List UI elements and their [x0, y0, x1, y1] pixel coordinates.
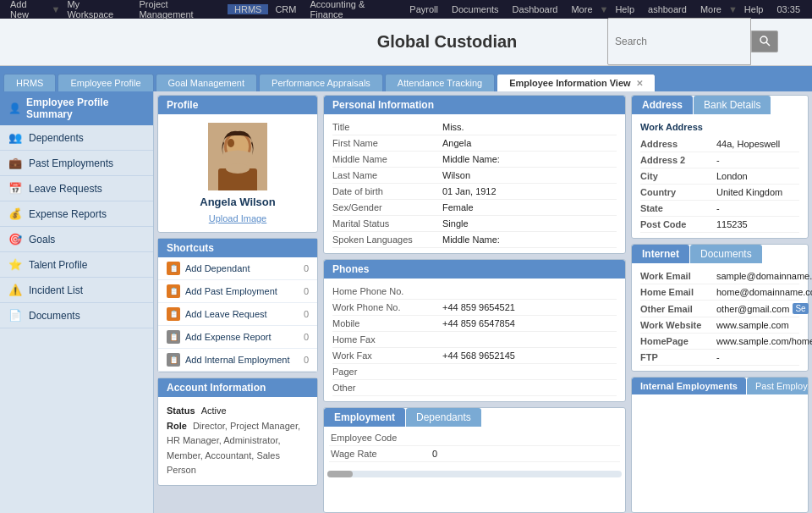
- sidebar-item-expense-reports[interactable]: 💰 Expense Reports: [0, 201, 153, 227]
- inet-row-home-email: Home Email home@domainname.com: [640, 284, 799, 301]
- left-column: Profile: [157, 95, 318, 513]
- tab-bank-details[interactable]: Bank Details: [694, 96, 771, 114]
- add-expense-icon: 📋: [167, 330, 180, 344]
- docs-icon: 📄: [8, 309, 22, 322]
- home-phone-label: Home Phone No.: [332, 286, 442, 296]
- sidebar-item-dependents[interactable]: 👥 Dependents: [0, 125, 153, 151]
- expense-icon: 💰: [8, 207, 22, 220]
- nav-add-new[interactable]: Add New: [5, 0, 51, 19]
- shortcut-add-expense-report[interactable]: 📋 Add Expense Report 0: [158, 326, 317, 349]
- middle-column: Personal Information Title Miss. First N…: [323, 95, 626, 513]
- tab-employee-information-view[interactable]: Employee Information View ✕: [497, 74, 655, 91]
- nav-my-workspace[interactable]: My Workspace: [60, 0, 132, 19]
- inet-row-ftp: FTP -: [640, 350, 799, 366]
- sidebar-item-talent-profile[interactable]: ⭐ Talent Profile: [0, 252, 153, 278]
- shortcut-add-internal-employment[interactable]: 📋 Add Internal Employment 0: [158, 349, 317, 372]
- inet-row-work-email: Work Email sample@domainname.com: [640, 268, 799, 284]
- mobile-label: Mobile: [332, 318, 442, 328]
- nav-hrms[interactable]: HRMS: [228, 4, 268, 14]
- search-input[interactable]: [607, 18, 751, 65]
- home-email-label: Home Email: [640, 287, 716, 297]
- sidebar-item-goals[interactable]: 🎯 Goals: [0, 227, 153, 252]
- emp-row-wage: Wage Rate 0: [329, 446, 620, 462]
- incident-icon: ⚠️: [8, 284, 22, 296]
- work-email-label: Work Email: [640, 271, 716, 281]
- address-panel: Address Bank Details Work Address Addres…: [631, 95, 809, 239]
- work-website-label: Work Website: [640, 320, 716, 330]
- tab-goal-management[interactable]: Goal Management: [156, 74, 258, 91]
- svg-point-0: [760, 36, 767, 43]
- tab-performance-appraisals[interactable]: Performance Appraisals: [259, 74, 383, 91]
- ftp-value: -: [716, 352, 720, 362]
- role-label: Role: [167, 421, 187, 431]
- sidebar-item-past-employments[interactable]: 💼 Past Employments: [0, 151, 153, 176]
- employment-tab-group: Employment Dependants: [324, 408, 625, 427]
- search-button[interactable]: [751, 30, 778, 52]
- nav-dashboard2[interactable]: ashboard: [641, 4, 694, 14]
- tab-address[interactable]: Address: [632, 96, 693, 114]
- tab-employment[interactable]: Employment: [324, 408, 405, 427]
- title-value: Miss.: [442, 122, 464, 132]
- addr-address-value: 44a, Hopeswell: [716, 139, 780, 149]
- status-value: Active: [201, 405, 227, 416]
- nav-documents[interactable]: Documents: [445, 4, 506, 14]
- tab-close-icon[interactable]: ✕: [636, 79, 643, 88]
- nav-crm[interactable]: CRM: [268, 4, 303, 14]
- tab-internet[interactable]: Internet: [632, 245, 689, 263]
- sidebar-item-leave-requests[interactable]: 📅 Leave Requests: [0, 176, 153, 201]
- personal-info-panel: Personal Information Title Miss. First N…: [323, 95, 626, 254]
- tab-attendance-tracking[interactable]: Attendance Tracking: [385, 74, 495, 91]
- nav-accounting[interactable]: Accounting & Finance: [303, 0, 403, 19]
- marital-label: Marital Status: [332, 218, 442, 229]
- sidebar-item-documents[interactable]: 📄 Documents: [0, 303, 153, 328]
- shortcut-add-leave-request[interactable]: 📋 Add Leave Request 0: [158, 303, 317, 326]
- upload-image-link[interactable]: Upload Image: [209, 213, 267, 223]
- addr-state-label: State: [640, 203, 716, 213]
- addr-city-value: London: [716, 171, 748, 181]
- nav-help2[interactable]: Help: [738, 4, 771, 14]
- addr-row-city: City London: [640, 168, 799, 185]
- account-title: Account Information: [158, 378, 317, 397]
- app-title: Global Custodian: [304, 32, 590, 52]
- internet-panel: Internet Documents Work Email sample@dom…: [631, 244, 809, 372]
- personal-info-table: Title Miss. First Name Angela Middle Nam…: [324, 114, 625, 253]
- tab-internal-employments[interactable]: Internal Employments: [632, 378, 746, 394]
- nav-project-management[interactable]: Project Management: [132, 0, 228, 19]
- nav-dashboard[interactable]: Dashboard: [506, 4, 565, 14]
- phone-row-homefax: Home Fax: [332, 332, 617, 348]
- tab-dependants[interactable]: Dependants: [406, 408, 481, 427]
- tab-past-employments[interactable]: Past Employ...: [747, 378, 808, 394]
- add-internal-emp-icon: 📋: [167, 353, 180, 367]
- nav-more[interactable]: More: [564, 4, 599, 14]
- gender-value: Female: [442, 202, 474, 212]
- time-display: 03:35: [770, 4, 807, 14]
- past-emp-icon: 💼: [8, 157, 22, 169]
- work-phone-value: +44 859 9654521: [442, 302, 515, 312]
- work-phone-label: Work Phone No.: [332, 302, 442, 312]
- phone-row-mobile: Mobile +44 859 6547854: [332, 316, 617, 332]
- nav-more2[interactable]: More: [694, 4, 728, 14]
- tab-documents[interactable]: Documents: [690, 245, 762, 263]
- employment-scrollbar[interactable]: [327, 471, 622, 488]
- shortcut-add-dependant[interactable]: 📋 Add Dependant 0: [158, 257, 317, 280]
- avatar-image: [208, 123, 267, 190]
- role-value: Director, Project Manager, HR Manager, A…: [167, 421, 300, 476]
- tab-hrms[interactable]: HRMS: [3, 74, 56, 91]
- sidebar-header-icon: 👤: [8, 102, 21, 114]
- shortcut-add-past-employment[interactable]: 📋 Add Past Employment 0: [158, 280, 317, 303]
- nav-payroll[interactable]: Payroll: [403, 4, 445, 14]
- ftp-label: FTP: [640, 352, 716, 362]
- phone-row-workfax: Work Fax +44 568 9652145: [332, 348, 617, 364]
- dob-label: Date of birth: [332, 186, 442, 196]
- sidebar-item-incident-list[interactable]: ⚠️ Incident List: [0, 278, 153, 303]
- emp-code-label: Employee Code: [331, 433, 432, 443]
- mobile-value: +44 859 6547854: [442, 318, 515, 328]
- account-content: Status Active Role Director, Project Man…: [158, 397, 317, 485]
- email-action-icon[interactable]: Se: [793, 303, 808, 314]
- nav-help[interactable]: Help: [608, 4, 641, 14]
- top-navigation: Add New ▼ My Workspace Project Managemen…: [0, 0, 812, 19]
- title-label: Title: [332, 122, 442, 132]
- work-email-value: sample@domainname.com: [716, 271, 812, 281]
- tab-employee-profile[interactable]: Employee Profile: [58, 74, 153, 91]
- addr-postcode-value: 115235: [716, 219, 748, 229]
